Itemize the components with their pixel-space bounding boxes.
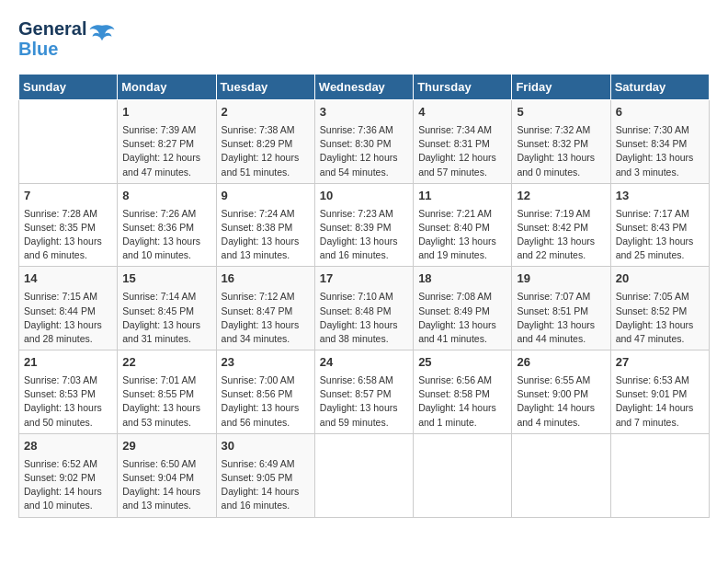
calendar-cell: 20Sunrise: 7:05 AM Sunset: 8:52 PM Dayli…	[610, 267, 709, 350]
day-info: Sunrise: 7:32 AM Sunset: 8:32 PM Dayligh…	[517, 123, 605, 179]
day-number: 9	[222, 188, 310, 205]
day-number: 5	[517, 104, 605, 121]
calendar-week-row: 28Sunrise: 6:52 AM Sunset: 9:02 PM Dayli…	[19, 433, 710, 517]
day-info: Sunrise: 6:53 AM Sunset: 9:01 PM Dayligh…	[616, 373, 704, 430]
calendar-cell: 9Sunrise: 7:24 AM Sunset: 8:38 PM Daylig…	[216, 183, 314, 267]
calendar-cell: 16Sunrise: 7:12 AM Sunset: 8:47 PM Dayli…	[216, 267, 314, 350]
calendar-cell: 5Sunrise: 7:32 AM Sunset: 8:32 PM Daylig…	[512, 100, 610, 184]
column-header-saturday: Saturday	[610, 75, 709, 100]
day-number: 11	[418, 188, 506, 205]
day-number: 21	[24, 354, 112, 372]
day-number: 23	[222, 354, 310, 372]
calendar-cell	[19, 100, 118, 184]
calendar-cell: 15Sunrise: 7:14 AM Sunset: 8:45 PM Dayli…	[118, 267, 216, 350]
calendar-cell: 13Sunrise: 7:17 AM Sunset: 8:43 PM Dayli…	[610, 183, 709, 267]
day-number: 7	[24, 188, 112, 205]
day-number: 26	[517, 354, 605, 372]
day-info: Sunrise: 7:38 AM Sunset: 8:29 PM Dayligh…	[222, 123, 310, 179]
day-info: Sunrise: 7:03 AM Sunset: 8:53 PM Dayligh…	[24, 373, 112, 430]
day-number: 17	[320, 270, 408, 288]
day-number: 22	[122, 354, 210, 372]
column-header-friday: Friday	[512, 75, 610, 100]
calendar-cell: 3Sunrise: 7:36 AM Sunset: 8:30 PM Daylig…	[314, 100, 413, 184]
day-number: 29	[122, 438, 210, 455]
day-info: Sunrise: 7:23 AM Sunset: 8:39 PM Dayligh…	[320, 207, 408, 263]
day-number: 2	[222, 104, 310, 121]
calendar-cell: 11Sunrise: 7:21 AM Sunset: 8:40 PM Dayli…	[414, 183, 512, 267]
calendar-cell: 21Sunrise: 7:03 AM Sunset: 8:53 PM Dayli…	[19, 350, 118, 434]
day-info: Sunrise: 7:01 AM Sunset: 8:55 PM Dayligh…	[122, 373, 210, 430]
calendar-header-row: SundayMondayTuesdayWednesdayThursdayFrid…	[19, 75, 710, 100]
calendar-cell: 4Sunrise: 7:34 AM Sunset: 8:31 PM Daylig…	[414, 100, 512, 184]
day-info: Sunrise: 7:26 AM Sunset: 8:36 PM Dayligh…	[122, 207, 210, 263]
day-info: Sunrise: 7:19 AM Sunset: 8:42 PM Dayligh…	[517, 207, 605, 263]
calendar-cell: 6Sunrise: 7:30 AM Sunset: 8:34 PM Daylig…	[610, 100, 709, 184]
day-info: Sunrise: 7:36 AM Sunset: 8:30 PM Dayligh…	[320, 123, 408, 179]
calendar-week-row: 1Sunrise: 7:39 AM Sunset: 8:27 PM Daylig…	[19, 100, 710, 184]
day-number: 30	[222, 438, 310, 455]
day-number: 3	[320, 104, 408, 121]
calendar-cell: 12Sunrise: 7:19 AM Sunset: 8:42 PM Dayli…	[512, 183, 610, 267]
day-info: Sunrise: 7:05 AM Sunset: 8:52 PM Dayligh…	[616, 290, 704, 346]
calendar-table: SundayMondayTuesdayWednesdayThursdayFrid…	[18, 74, 710, 518]
day-info: Sunrise: 7:39 AM Sunset: 8:27 PM Dayligh…	[122, 123, 210, 179]
calendar-cell: 23Sunrise: 7:00 AM Sunset: 8:56 PM Dayli…	[216, 350, 314, 434]
day-number: 1	[122, 104, 210, 121]
day-number: 25	[418, 354, 506, 372]
calendar-week-row: 14Sunrise: 7:15 AM Sunset: 8:44 PM Dayli…	[19, 267, 710, 350]
calendar-cell: 17Sunrise: 7:10 AM Sunset: 8:48 PM Dayli…	[314, 267, 413, 350]
calendar-week-row: 7Sunrise: 7:28 AM Sunset: 8:35 PM Daylig…	[19, 183, 710, 267]
day-info: Sunrise: 6:56 AM Sunset: 8:58 PM Dayligh…	[418, 373, 506, 430]
day-number: 18	[418, 270, 506, 288]
calendar-cell: 7Sunrise: 7:28 AM Sunset: 8:35 PM Daylig…	[19, 183, 118, 267]
calendar-cell: 1Sunrise: 7:39 AM Sunset: 8:27 PM Daylig…	[118, 100, 216, 184]
day-info: Sunrise: 7:10 AM Sunset: 8:48 PM Dayligh…	[320, 290, 408, 346]
calendar-cell: 19Sunrise: 7:07 AM Sunset: 8:51 PM Dayli…	[512, 267, 610, 350]
day-info: Sunrise: 7:08 AM Sunset: 8:49 PM Dayligh…	[418, 290, 506, 346]
day-number: 20	[616, 270, 704, 288]
day-info: Sunrise: 6:50 AM Sunset: 9:04 PM Dayligh…	[122, 457, 210, 513]
day-info: Sunrise: 7:28 AM Sunset: 8:35 PM Dayligh…	[24, 207, 112, 263]
day-info: Sunrise: 6:49 AM Sunset: 9:05 PM Dayligh…	[222, 457, 310, 513]
column-header-thursday: Thursday	[414, 75, 512, 100]
day-info: Sunrise: 7:15 AM Sunset: 8:44 PM Dayligh…	[24, 290, 112, 346]
calendar-cell: 22Sunrise: 7:01 AM Sunset: 8:55 PM Dayli…	[118, 350, 216, 434]
logo-blue: Blue	[18, 39, 86, 59]
logo-general: General	[18, 18, 86, 39]
calendar-cell: 26Sunrise: 6:55 AM Sunset: 9:00 PM Dayli…	[512, 350, 610, 434]
calendar-cell	[512, 433, 610, 517]
day-info: Sunrise: 6:52 AM Sunset: 9:02 PM Dayligh…	[24, 457, 112, 513]
calendar-cell	[414, 433, 512, 517]
day-number: 19	[517, 270, 605, 288]
calendar-cell: 2Sunrise: 7:38 AM Sunset: 8:29 PM Daylig…	[216, 100, 314, 184]
calendar-cell: 27Sunrise: 6:53 AM Sunset: 9:01 PM Dayli…	[610, 350, 709, 434]
calendar-cell: 8Sunrise: 7:26 AM Sunset: 8:36 PM Daylig…	[118, 183, 216, 267]
calendar-cell: 14Sunrise: 7:15 AM Sunset: 8:44 PM Dayli…	[19, 267, 118, 350]
day-info: Sunrise: 7:21 AM Sunset: 8:40 PM Dayligh…	[418, 207, 506, 263]
calendar-cell: 29Sunrise: 6:50 AM Sunset: 9:04 PM Dayli…	[118, 433, 216, 517]
day-info: Sunrise: 7:14 AM Sunset: 8:45 PM Dayligh…	[122, 290, 210, 346]
logo-icon	[88, 19, 116, 51]
day-info: Sunrise: 7:30 AM Sunset: 8:34 PM Dayligh…	[616, 123, 704, 179]
day-number: 24	[320, 354, 408, 372]
day-info: Sunrise: 6:55 AM Sunset: 9:00 PM Dayligh…	[517, 373, 605, 430]
day-number: 6	[616, 104, 704, 121]
calendar-cell: 25Sunrise: 6:56 AM Sunset: 8:58 PM Dayli…	[414, 350, 512, 434]
day-info: Sunrise: 7:24 AM Sunset: 8:38 PM Dayligh…	[222, 207, 310, 263]
calendar-cell	[314, 433, 413, 517]
calendar-cell: 10Sunrise: 7:23 AM Sunset: 8:39 PM Dayli…	[314, 183, 413, 267]
calendar-cell: 28Sunrise: 6:52 AM Sunset: 9:02 PM Dayli…	[19, 433, 118, 517]
column-header-monday: Monday	[118, 75, 216, 100]
calendar-week-row: 21Sunrise: 7:03 AM Sunset: 8:53 PM Dayli…	[19, 350, 710, 434]
day-number: 13	[616, 188, 704, 205]
calendar-cell	[610, 433, 709, 517]
day-number: 28	[24, 438, 112, 455]
day-number: 14	[24, 270, 112, 288]
column-header-tuesday: Tuesday	[216, 75, 314, 100]
column-header-sunday: Sunday	[19, 75, 118, 100]
day-info: Sunrise: 7:12 AM Sunset: 8:47 PM Dayligh…	[222, 290, 310, 346]
day-number: 15	[122, 270, 210, 288]
day-number: 12	[517, 188, 605, 205]
calendar-cell: 18Sunrise: 7:08 AM Sunset: 8:49 PM Dayli…	[414, 267, 512, 350]
day-number: 8	[122, 188, 210, 205]
